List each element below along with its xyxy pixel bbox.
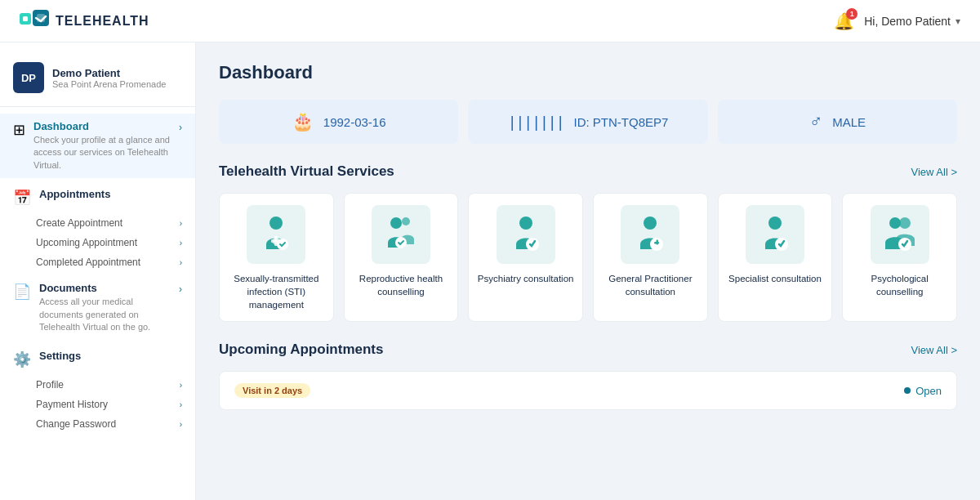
documents-label: Documents	[39, 282, 171, 294]
service-specialist[interactable]: Specialist consultation	[718, 193, 833, 322]
psychiatry-icon-wrap	[497, 205, 555, 264]
appointment-card: Visit in 2 days Open	[219, 371, 957, 410]
svg-point-9	[390, 217, 402, 229]
service-gp[interactable]: General Practitioner consultation	[593, 193, 708, 322]
nav-section-dashboard: ⊞ Dashboard Check your profile at a glan…	[0, 114, 195, 178]
svg-point-20	[889, 217, 901, 229]
user-profile: DP Demo Patient Sea Point Arena Promenad…	[0, 56, 195, 107]
logo-icon	[20, 10, 49, 33]
payment-history-label: Payment History	[36, 399, 108, 410]
services-grid: Sexually-transmitted infection (STI) man…	[219, 193, 957, 322]
svg-point-12	[519, 217, 532, 230]
documents-desc: Access all your medical documents genera…	[39, 296, 171, 333]
page-title: Dashboard	[219, 62, 957, 83]
svg-point-14	[644, 217, 657, 230]
sidebar-item-upcoming-appointment[interactable]: Upcoming Appointment ›	[0, 233, 195, 252]
dashboard-icon: ⊞	[13, 121, 25, 139]
notification-bell[interactable]: 🔔 1	[834, 11, 854, 31]
gp-label: General Practitioner consultation	[602, 272, 699, 298]
upcoming-appointment-label: Upcoming Appointment	[36, 237, 137, 248]
specialist-icon	[754, 213, 796, 256]
specialist-icon-wrap	[746, 205, 804, 264]
chevron-icon: ›	[180, 420, 182, 429]
reproductive-icon-wrap	[372, 205, 430, 264]
psychological-icon-wrap	[871, 205, 929, 264]
sidebar-item-payment-history[interactable]: Payment History ›	[0, 395, 195, 414]
visit-badge: Visit in 2 days	[234, 383, 310, 398]
upcoming-title: Upcoming Appointments	[219, 342, 383, 358]
service-psychological[interactable]: Psychological counselling	[842, 193, 957, 322]
user-greeting: Hi, Demo Patient	[864, 15, 951, 28]
upcoming-view-all[interactable]: View All >	[911, 344, 958, 356]
gender-value: MALE	[832, 115, 866, 129]
documents-icon: 📄	[13, 283, 31, 301]
service-reproductive[interactable]: Reproductive health counselling	[344, 193, 459, 322]
service-psychiatry[interactable]: Psychiatry consultation	[468, 193, 583, 322]
user-info[interactable]: Hi, Demo Patient ▾	[864, 15, 960, 28]
dob-value: 1992-03-16	[323, 115, 386, 129]
nav-section-settings: ⚙️ Settings Profile › Payment History › …	[0, 343, 195, 434]
upcoming-section-header: Upcoming Appointments View All >	[219, 342, 957, 358]
dashboard-label: Dashboard	[33, 120, 171, 132]
settings-sub-items: Profile › Payment History › Change Passw…	[0, 375, 195, 434]
open-dot-icon	[904, 387, 911, 394]
nav-section-documents: 📄 Documents Access all your medical docu…	[0, 275, 195, 340]
stat-dob: 🎂 1992-03-16	[219, 100, 458, 144]
services-section-header: Telehealth Virtual Services View All >	[219, 163, 957, 180]
sidebar-item-documents[interactable]: 📄 Documents Access all your medical docu…	[0, 275, 195, 340]
reproductive-icon	[380, 213, 422, 256]
sidebar-item-profile[interactable]: Profile ›	[0, 375, 195, 395]
chevron-icon: ›	[180, 400, 182, 409]
svg-point-10	[402, 217, 410, 225]
header-right: 🔔 1 Hi, Demo Patient ▾	[834, 11, 960, 31]
stats-bar: 🎂 1992-03-16 ||||||| ID: PTN-TQ8EP7 ♂ MA…	[219, 100, 957, 144]
sti-icon	[255, 213, 297, 256]
svg-point-4	[270, 217, 283, 230]
sidebar-item-create-appointment[interactable]: Create Appointment ›	[0, 213, 195, 233]
stat-id: ||||||| ID: PTN-TQ8EP7	[468, 100, 707, 144]
service-sti[interactable]: Sexually-transmitted infection (STI) man…	[219, 193, 334, 322]
avatar: DP	[13, 62, 44, 93]
svg-rect-1	[23, 16, 28, 21]
services-view-all[interactable]: View All >	[911, 166, 958, 178]
appointments-sub-items: Create Appointment › Upcoming Appointmen…	[0, 213, 195, 272]
sidebar-item-dashboard[interactable]: ⊞ Dashboard Check your profile at a glan…	[0, 114, 195, 178]
logo: TELEHEALTH	[20, 10, 149, 33]
sidebar-item-appointments[interactable]: 📅 Appointments	[0, 181, 195, 213]
change-password-label: Change Password	[36, 418, 116, 430]
appointments-icon: 📅	[13, 189, 31, 207]
sti-icon-wrap	[247, 205, 305, 264]
birthday-icon: 🎂	[292, 111, 314, 132]
settings-icon: ⚙️	[13, 350, 31, 368]
completed-appointment-label: Completed Appointment	[36, 257, 140, 268]
create-appointment-label: Create Appointment	[36, 217, 122, 229]
psychological-label: Psychological counselling	[851, 272, 948, 298]
notification-badge: 1	[846, 8, 858, 20]
svg-rect-17	[657, 240, 659, 245]
user-name: Demo Patient	[52, 67, 166, 79]
barcode-icon: |||||||	[508, 114, 564, 131]
reproductive-label: Reproductive health counselling	[353, 272, 450, 298]
psychiatry-icon	[505, 213, 547, 256]
dashboard-chevron-icon: ›	[179, 122, 182, 133]
documents-chevron-icon: ›	[179, 283, 182, 295]
sidebar-item-change-password[interactable]: Change Password ›	[0, 414, 195, 434]
user-details: Demo Patient Sea Point Arena Promenade	[52, 67, 166, 89]
sidebar: DP Demo Patient Sea Point Arena Promenad…	[0, 42, 196, 500]
appointments-label: Appointments	[39, 188, 182, 200]
chevron-icon: ›	[180, 219, 182, 228]
chevron-icon: ›	[180, 239, 182, 248]
logo-text: TELEHEALTH	[56, 14, 149, 29]
profile-label: Profile	[36, 379, 64, 391]
upcoming-section: Upcoming Appointments View All > Visit i…	[219, 342, 957, 410]
chevron-icon: ›	[180, 258, 182, 267]
id-value: ID: PTN-TQ8EP7	[573, 115, 668, 129]
sidebar-item-completed-appointment[interactable]: Completed Appointment ›	[0, 252, 195, 272]
chevron-down-icon: ▾	[956, 16, 960, 27]
psychiatry-label: Psychiatry consultation	[478, 272, 574, 285]
open-status-label: Open	[915, 385, 942, 397]
sidebar-item-settings[interactable]: ⚙️ Settings	[0, 343, 195, 375]
chevron-icon: ›	[180, 381, 182, 390]
nav-section-appointments: 📅 Appointments Create Appointment › Upco…	[0, 181, 195, 272]
main-content: Dashboard 🎂 1992-03-16 ||||||| ID: PTN-T…	[196, 42, 980, 500]
